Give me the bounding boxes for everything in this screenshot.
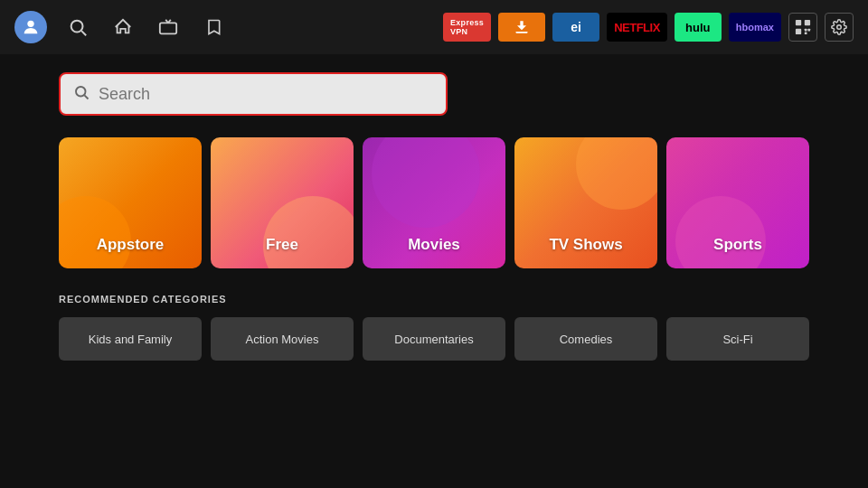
recommended-chips: Kids and Family Action Movies Documentar… xyxy=(59,317,809,361)
chip-scifi[interactable]: Sci-Fi xyxy=(666,317,809,361)
svg-line-2 xyxy=(81,31,86,35)
nav-apps: ExpressVPN eі NETFLIX hulu hbomax xyxy=(443,13,854,42)
home-icon[interactable] xyxy=(108,13,137,42)
svg-point-14 xyxy=(76,87,86,97)
svg-rect-3 xyxy=(160,23,176,33)
tile-tvshows-label: TV Shows xyxy=(549,236,622,254)
svg-rect-10 xyxy=(805,29,807,32)
app-hulu[interactable]: hulu xyxy=(675,13,722,42)
tv-icon[interactable] xyxy=(154,13,183,42)
app-hbomax[interactable]: hbomax xyxy=(729,13,781,42)
chip-action[interactable]: Action Movies xyxy=(211,317,354,361)
tile-free-label: Free xyxy=(266,236,298,254)
bookmark-icon[interactable] xyxy=(199,13,228,42)
main-content: Appstore Free Movies TV Shows Sports REC… xyxy=(0,54,868,379)
chip-kids[interactable]: Kids and Family xyxy=(59,317,202,361)
category-tiles: Appstore Free Movies TV Shows Sports xyxy=(59,137,809,268)
tile-sports-label: Sports xyxy=(713,236,762,254)
grid-icon[interactable] xyxy=(788,13,817,42)
svg-rect-7 xyxy=(796,20,801,25)
tile-sports[interactable]: Sports xyxy=(666,137,809,268)
svg-point-13 xyxy=(837,25,842,30)
tile-free[interactable]: Free xyxy=(211,137,354,268)
search-bar-icon xyxy=(73,84,90,105)
nav-left xyxy=(14,11,228,43)
search-bar[interactable] xyxy=(59,72,448,116)
app-expressvpn[interactable]: ExpressVPN xyxy=(443,13,491,42)
svg-point-1 xyxy=(71,21,83,33)
svg-point-0 xyxy=(27,21,33,27)
tile-appstore[interactable]: Appstore xyxy=(59,137,202,268)
svg-rect-6 xyxy=(515,32,527,33)
recommended-label: RECOMMENDED CATEGORIES xyxy=(59,294,809,305)
avatar[interactable] xyxy=(14,11,47,43)
svg-rect-8 xyxy=(805,20,810,25)
app-downloader[interactable] xyxy=(498,13,545,42)
svg-rect-11 xyxy=(807,29,810,32)
top-nav: ExpressVPN eі NETFLIX hulu hbomax xyxy=(0,0,868,54)
tile-appstore-label: Appstore xyxy=(97,236,165,254)
tile-tvshows[interactable]: TV Shows xyxy=(514,137,657,268)
svg-rect-12 xyxy=(805,32,807,34)
app-eztv[interactable]: eі xyxy=(552,13,599,42)
tile-movies-label: Movies xyxy=(408,236,460,254)
chip-comedies[interactable]: Comedies xyxy=(514,317,657,361)
svg-line-15 xyxy=(84,95,88,99)
settings-icon[interactable] xyxy=(825,13,854,42)
search-icon[interactable] xyxy=(63,13,92,42)
app-netflix[interactable]: NETFLIX xyxy=(607,13,667,42)
chip-documentaries[interactable]: Documentaries xyxy=(363,317,505,361)
recommended-section: RECOMMENDED CATEGORIES Kids and Family A… xyxy=(59,294,809,361)
svg-rect-9 xyxy=(796,29,801,34)
tile-movies[interactable]: Movies xyxy=(363,137,505,268)
search-input[interactable] xyxy=(99,85,433,104)
